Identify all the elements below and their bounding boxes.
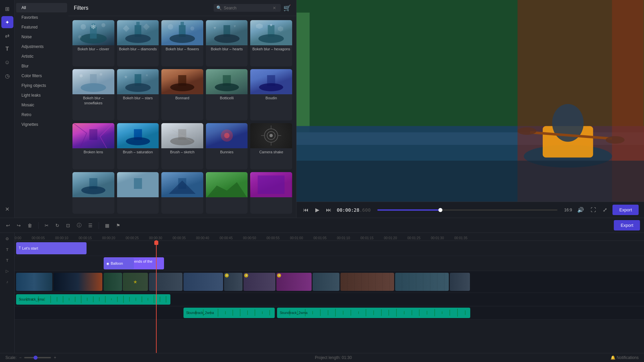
video-clip-1[interactable] — [16, 273, 52, 291]
tl-text-track-2-btn[interactable]: T — [2, 256, 13, 265]
effects-icon-btn[interactable]: ✦ — [1, 16, 13, 28]
video-clip-3[interactable] — [104, 273, 122, 291]
filter-brush-sketch[interactable]: Brush – sketch — [161, 123, 203, 169]
filter-bokeh-hearts[interactable]: ♥ ♥ Bokeh blur – hearts — [206, 20, 248, 66]
panel-btn[interactable]: ▦ — [103, 221, 111, 229]
category-blur[interactable]: Blur — [16, 61, 67, 71]
tl-video-track-btn[interactable]: ▷ — [2, 266, 13, 276]
flag-btn[interactable]: ⚑ — [114, 221, 122, 229]
redo2-btn[interactable]: ↻ — [53, 221, 61, 229]
stickers-icon-btn[interactable]: ☺ — [1, 56, 13, 68]
search-icon: 🔍 — [216, 5, 222, 10]
crop-btn[interactable]: ⊡ — [64, 221, 72, 229]
info-btn[interactable]: ⓘ — [75, 221, 84, 230]
toolbar-separator-2 — [99, 222, 99, 229]
list-btn[interactable]: ☰ — [86, 221, 95, 229]
cut-btn[interactable]: ✂ — [43, 221, 51, 229]
export-button[interactable]: Export — [612, 205, 639, 215]
filter-boudin[interactable]: Boudin — [250, 69, 292, 120]
expand-icon[interactable]: ⤢ — [601, 205, 608, 214]
video-clip-7[interactable]: ★ — [224, 273, 243, 291]
filter-bokeh-diamonds[interactable]: Bokeh blur – diamonds — [117, 20, 159, 66]
category-adjustments[interactable]: Adjustments — [16, 42, 67, 51]
filter-bokeh-clover[interactable]: Bokeh blur – clover — [72, 20, 114, 66]
timeline-tracks[interactable]: 00:00:00 00:00:05 00:00:10 00:00:15 00:0… — [15, 233, 644, 353]
video-clip-11[interactable] — [340, 273, 394, 291]
filter-row4-2[interactable] — [117, 172, 159, 214]
video-clip-10[interactable] — [313, 273, 339, 291]
tl-text-track-btn[interactable]: T — [2, 245, 13, 254]
filter-bokeh-stars[interactable]: ★ ★ Bokeh blur – stars — [117, 69, 159, 120]
svg-point-44 — [170, 137, 194, 145]
timeline-left-bar: ⚙ T T ▷ ♪ — [0, 233, 15, 353]
svg-rect-67 — [297, 13, 310, 139]
skip-back-btn[interactable]: ⏮ — [302, 206, 310, 214]
category-mosaic[interactable]: Mosaic — [16, 100, 67, 110]
category-light-leaks[interactable]: Light leaks — [16, 91, 67, 100]
ruler-mark-18: 00:01:30 — [431, 236, 444, 240]
video-clip-13[interactable] — [450, 273, 470, 291]
cart-icon[interactable]: 🛒 — [283, 4, 291, 12]
tl-settings-btn[interactable]: ⚙ — [2, 234, 13, 244]
category-all[interactable]: All — [16, 3, 67, 12]
video-clip-4[interactable]: ★ — [123, 273, 148, 291]
svg-point-14 — [169, 34, 195, 43]
audio-clip-3[interactable]: Soundtrack_2wma — [277, 308, 470, 318]
audio-clip-2[interactable]: Soundtrack_2wma — [183, 308, 275, 318]
redo-btn[interactable]: ↪ — [15, 221, 23, 229]
category-noise[interactable]: Noise — [16, 32, 67, 42]
skip-forward-btn[interactable]: ⏭ — [325, 206, 333, 214]
filter-botticelli[interactable]: Botticelli — [206, 69, 248, 120]
filter-thumb-bokeh-diamonds — [117, 20, 159, 45]
filter-camera-shake[interactable]: Camera shake — [250, 123, 292, 169]
audio-clip-1[interactable]: Soundtrack_kma — [16, 294, 170, 305]
filter-row4-5[interactable] — [250, 172, 292, 214]
progress-bar[interactable] — [377, 209, 557, 211]
filter-broken-lens[interactable]: Broken lens — [72, 123, 114, 169]
category-flying-objects[interactable]: Flying objects — [16, 81, 67, 90]
category-featured[interactable]: Featured — [16, 22, 67, 32]
search-clear-icon[interactable]: ✕ — [273, 6, 276, 10]
text-clip-balloon[interactable]: ◉ Balloon — [104, 258, 134, 269]
filter-brush-saturation[interactable]: Brush – saturation — [117, 123, 159, 169]
timeline-footer: Scale: − + Project length: 01:30 🔔 Notif… — [0, 353, 644, 362]
transitions-icon-btn[interactable]: ⇄ — [1, 30, 13, 42]
filter-bonnard[interactable]: Bonnard — [161, 69, 203, 120]
close-icon-btn[interactable]: ✕ — [1, 203, 13, 215]
tl-audio-track-btn[interactable]: ♪ — [2, 277, 13, 287]
project-length: Project length: 01:30 — [315, 355, 352, 360]
video-clip-5[interactable] — [149, 273, 182, 291]
filter-row4-3[interactable] — [161, 172, 203, 214]
notifications-btn[interactable]: 🔔 Notifications — [610, 355, 639, 360]
media-icon-btn[interactable]: ⊞ — [1, 3, 13, 15]
video-clip-2[interactable] — [54, 273, 102, 291]
timeline-export-btn[interactable]: Export — [614, 220, 640, 230]
text-clip-lets-start[interactable]: T Let's start — [16, 242, 87, 254]
filter-thumb-bokeh-hearts: ♥ ♥ — [206, 20, 248, 45]
category-color-filters[interactable]: Color filters — [16, 71, 67, 81]
search-input[interactable] — [224, 6, 271, 10]
fullscreen-icon[interactable]: ⛶ — [589, 206, 597, 214]
video-clip-6[interactable] — [183, 273, 223, 291]
category-retro[interactable]: Retro — [16, 110, 67, 119]
text-icon-btn[interactable]: T — [1, 43, 13, 55]
filter-bunnies[interactable]: Bunnies — [206, 123, 248, 169]
scale-slider[interactable] — [24, 357, 51, 358]
video-clip-8[interactable]: ★ — [244, 273, 275, 291]
video-clip-9[interactable]: ★ — [276, 273, 312, 291]
category-artistic[interactable]: Artistic — [16, 52, 67, 61]
undo-btn[interactable]: ↩ — [4, 221, 12, 229]
filter-bokeh-snowflakes[interactable]: ❄ ❄ Bokeh blur –snowflakes — [72, 69, 114, 120]
history-icon-btn[interactable]: ◷ — [1, 70, 13, 82]
filter-bokeh-hexagons[interactable]: Bokeh blur – hexagons — [250, 20, 292, 66]
filter-bokeh-flowers[interactable]: Bokeh blur – flowers — [161, 20, 203, 66]
category-vignettes[interactable]: Vignettes — [16, 120, 67, 129]
video-clip-12[interactable] — [395, 273, 449, 291]
category-favorites[interactable]: Favorites — [16, 13, 67, 22]
volume-icon[interactable]: 🔊 — [576, 205, 585, 214]
delete-btn[interactable]: 🗑 — [25, 221, 34, 229]
filter-thumb-bokeh-hexagons — [250, 20, 292, 45]
filter-row4-4[interactable] — [206, 172, 248, 214]
play-btn[interactable]: ▶ — [314, 205, 321, 214]
filter-row4-1[interactable] — [72, 172, 114, 214]
